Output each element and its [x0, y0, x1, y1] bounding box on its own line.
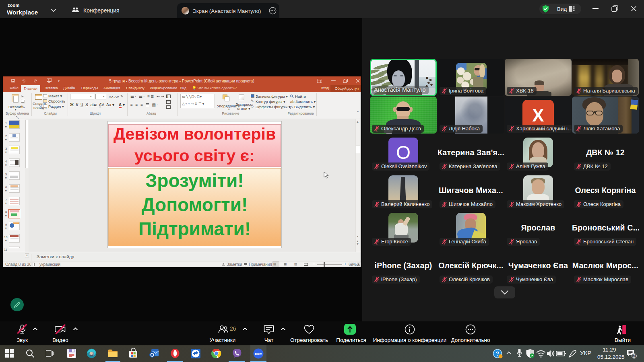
svg-text:2: 2: [633, 354, 635, 358]
svg-text:zoom: zoom: [255, 352, 262, 355]
